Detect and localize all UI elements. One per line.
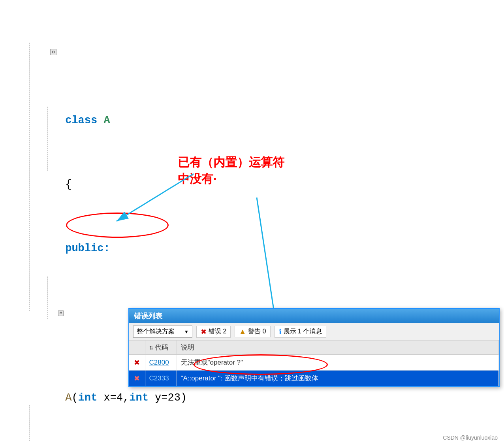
code-line-1: ⊟ class A [27,3,496,152]
sort-icon: ⇅ [149,345,153,351]
watermark: CSDN @liuyunluoxiao [443,435,498,441]
col-icon [129,341,145,355]
error-table: ⇅代码 说明 ✖ C2800 无法重载"operator ?" [129,341,499,386]
collapse-icon-class[interactable]: ⊟ [50,49,56,55]
row1-desc-cell: 无法重载"operator ?" [177,355,499,371]
indent-line-op [47,277,48,319]
row1-error-icon: ✖ [134,359,140,367]
warning-count-badge[interactable]: ▲ 警告 0 [235,326,270,337]
error-row-1[interactable]: ✖ C2800 无法重载"operator ?" [129,355,499,371]
collapse-icon-constructor[interactable]: ⊟ [58,310,64,316]
table-header-row: ⇅代码 说明 [129,341,499,355]
row2-description: "A::operator ": 函数声明中有错误；跳过函数体 [181,374,318,382]
annotation-line1: 已有（内置）运算符 [178,154,284,171]
keyword-int-2: int [129,392,149,404]
annotation-text: 已有（内置）运算符 中没有· [178,154,284,187]
keyword-class: class [65,115,103,126]
row1-code-cell: C2800 [145,355,177,371]
col-desc-header: 说明 [177,341,499,355]
info-count-badge[interactable]: ℹ 展示 1 个消息 [275,326,327,338]
row1-description: 无法重载"operator ?" [181,359,243,366]
error-panel: 错误列表 整个解决方案 ▼ ✖ 错误 2 ▲ 警告 0 ℹ 展示 1 个消息 [128,308,500,387]
annotation-line2: 中没有· [178,171,284,187]
paren-open: ( [71,392,78,404]
row2-error-icon: ✖ [134,374,140,382]
solution-dropdown[interactable]: 整个解决方案 ▼ [133,325,192,338]
param-y: y=23) [149,392,187,404]
indent-line-main [29,405,30,441]
code-editor: ⊟ class A { public: ⊟ A(int x=4,int y=23… [0,0,504,444]
open-brace-class: { [65,179,71,190]
row2-code-cell: C2333 [145,371,177,386]
code-line-3: public: [27,216,496,280]
row2-error-code[interactable]: C2333 [149,374,169,382]
constructor-name: A [65,392,71,404]
class-name-A: A [103,115,110,126]
keyword-int-1: int [78,392,98,404]
row1-icon-cell: ✖ [129,355,145,371]
error-count-badge[interactable]: ✖ 错误 2 [196,326,231,338]
indent-line-1 [29,43,30,311]
error-icon: ✖ [201,327,207,336]
col-code-header: ⇅代码 [145,341,177,355]
dropdown-arrow-icon: ▼ [184,329,189,335]
row2-desc-cell: "A::operator ": 函数声明中有错误；跳过函数体 [177,371,499,386]
keyword-public: public: [65,243,110,254]
indent-line-constructor [47,107,48,171]
param-x: x=4, [97,392,129,404]
info-icon: ℹ [279,327,282,336]
info-count-label: 展示 1 个消息 [284,327,322,336]
error-panel-title: 错误列表 [134,311,162,321]
error-panel-toolbar: 整个解决方案 ▼ ✖ 错误 2 ▲ 警告 0 ℹ 展示 1 个消息 [129,323,499,341]
error-count-label: 错误 2 [209,327,226,336]
warning-count-label: 警告 0 [248,327,266,336]
dropdown-label: 整个解决方案 [137,327,175,336]
warning-icon: ▲ [239,327,246,336]
error-panel-header: 错误列表 [129,309,499,323]
code-line-5: { [27,430,496,444]
row2-icon-cell: ✖ [129,371,145,386]
error-row-2[interactable]: ✖ C2333 "A::operator ": 函数声明中有错误；跳过函数体 [129,371,499,386]
annotation-container: 已有（内置）运算符 中没有· [178,154,284,187]
row1-error-code[interactable]: C2800 [149,359,169,366]
